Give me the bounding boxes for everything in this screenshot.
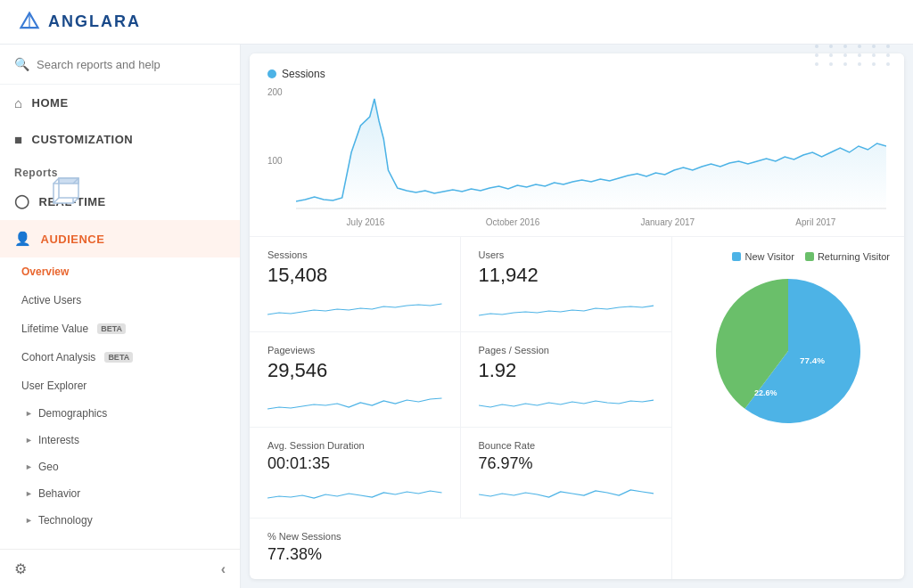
stat-card-new-sessions: % New Sessions 77.38% xyxy=(250,519,671,579)
returning-visitor-pct-label: 22.6% xyxy=(754,388,777,397)
bounce-rate-value: 76.97% xyxy=(479,454,654,473)
stat-card-avg-session-duration: Avg. Session Duration 00:01:35 xyxy=(250,428,461,519)
grid-icon: ■ xyxy=(14,132,23,147)
collapse-button[interactable]: ‹ xyxy=(221,561,226,577)
sidebar-sub-interests[interactable]: ► Interests xyxy=(0,427,240,453)
stat-card-users: Users 11,942 xyxy=(461,237,672,332)
sidebar-sub-user-explorer[interactable]: User Explorer xyxy=(0,372,240,400)
sessions-chart-area: Sessions 200 100 xyxy=(250,53,904,237)
audience-label: AUDIENCE xyxy=(41,233,105,246)
sidebar: 🔍 ⌂ HOME ■ CUSTOMIZATION Reports ◯ REAL-… xyxy=(0,45,241,588)
pageviews-value: 29,546 xyxy=(267,359,442,382)
sidebar-sub-overview[interactable]: Overview xyxy=(0,257,240,286)
bounce-rate-mini-chart xyxy=(479,478,654,505)
x-label-jan2017: January 2017 xyxy=(641,217,695,227)
returning-visitor-legend-label: Returning Visitor xyxy=(818,251,890,262)
new-sessions-value: 77.38% xyxy=(267,545,654,564)
sidebar-sub-demographics[interactable]: ► Demographics xyxy=(0,400,240,427)
customization-label: CUSTOMIZATION xyxy=(32,133,134,146)
y-axis: 200 100 xyxy=(267,86,292,227)
technology-label: Technology xyxy=(38,514,93,527)
users-label: Users xyxy=(479,249,654,260)
svg-line-9 xyxy=(73,198,78,203)
y-label-200: 200 xyxy=(267,87,292,97)
main-layout: 🔍 ⌂ HOME ■ CUSTOMIZATION Reports ◯ REAL-… xyxy=(0,45,913,588)
search-bar[interactable]: 🔍 xyxy=(0,45,240,85)
returning-visitor-legend-dot xyxy=(805,252,814,261)
x-label-oct2016: October 2016 xyxy=(486,217,540,227)
demographics-label: Demographics xyxy=(38,407,107,420)
search-icon: 🔍 xyxy=(14,57,29,71)
stat-card-sessions: Sessions 15,408 xyxy=(250,237,461,332)
pages-per-session-label: Pages / Session xyxy=(479,345,654,355)
cohort-analysis-label: Cohort Analysis xyxy=(21,351,95,363)
pages-per-session-value: 1.92 xyxy=(479,359,654,382)
sessions-label: Sessions xyxy=(267,249,442,260)
sidebar-sub-behavior[interactable]: ► Behavior xyxy=(0,480,240,507)
stat-card-pageviews: Pageviews 29,546 xyxy=(250,332,461,428)
expand-icon: ► xyxy=(25,409,33,418)
clock-icon: ◯ xyxy=(14,193,30,209)
home-label: HOME xyxy=(32,96,69,110)
sidebar-item-home[interactable]: ⌂ HOME xyxy=(0,85,240,121)
expand-icon: ► xyxy=(25,516,33,525)
expand-icon: ► xyxy=(25,489,33,498)
reports-section-title: Reports xyxy=(0,158,240,183)
gear-icon[interactable]: ⚙ xyxy=(14,560,27,577)
pie-chart-svg: 77.4% 22.6% xyxy=(708,271,868,431)
header: ANGLARA xyxy=(0,0,913,45)
avg-session-duration-label: Avg. Session Duration xyxy=(267,440,442,451)
avg-session-mini-chart xyxy=(267,478,442,505)
sidebar-item-realtime[interactable]: ◯ REAL-TIME xyxy=(0,183,240,220)
interests-label: Interests xyxy=(38,434,79,446)
sidebar-sub-geo[interactable]: ► Geo xyxy=(0,453,240,480)
side-3d-icon xyxy=(52,176,80,212)
x-label-apr2017: April 2017 xyxy=(795,217,835,227)
sidebar-sub-technology[interactable]: ► Technology xyxy=(0,507,240,534)
sessions-line-chart xyxy=(296,86,886,210)
new-sessions-label: % New Sessions xyxy=(267,531,654,542)
active-users-label: Active Users xyxy=(21,294,81,306)
y-label-100: 100 xyxy=(267,156,292,166)
search-input[interactable] xyxy=(37,58,226,71)
avg-session-duration-value: 00:01:35 xyxy=(267,454,442,473)
stat-card-pages-per-session: Pages / Session 1.92 xyxy=(461,332,672,428)
lifetime-value-label: Lifetime Value xyxy=(21,323,88,335)
sidebar-sub-lifetime-value[interactable]: Lifetime Value BETA xyxy=(0,314,240,343)
svg-line-6 xyxy=(53,178,59,184)
home-icon: ⌂ xyxy=(14,95,23,110)
new-visitor-legend-label: New Visitor xyxy=(744,251,794,262)
sessions-mini-chart xyxy=(267,292,442,319)
expand-icon: ► xyxy=(25,436,33,445)
content-area: Sessions 200 100 xyxy=(250,53,904,579)
pageviews-label: Pageviews xyxy=(267,345,442,355)
sidebar-item-audience[interactable]: 👤 AUDIENCE xyxy=(0,220,240,257)
logo: ANGLARA xyxy=(18,11,141,34)
sidebar-sub-active-users[interactable]: Active Users xyxy=(0,286,240,314)
logo-icon xyxy=(18,11,41,34)
chart-svg-wrapper: July 2016 October 2016 January 2017 Apri… xyxy=(296,86,886,227)
stats-section: Sessions 15,408 Users 11,942 Pagev xyxy=(250,237,904,579)
chart-dot xyxy=(267,69,276,78)
bounce-rate-label: Bounce Rate xyxy=(479,440,654,451)
pie-chart-section: New Visitor Returning Visitor xyxy=(672,237,904,579)
behavior-label: Behavior xyxy=(38,487,80,500)
users-value: 11,942 xyxy=(479,264,654,287)
chart-title-text: Sessions xyxy=(282,68,325,80)
logo-text: ANGLARA xyxy=(48,12,141,31)
new-sessions-mini-chart xyxy=(267,569,654,579)
sessions-value: 15,408 xyxy=(267,264,442,287)
stat-card-bounce-rate: Bounce Rate 76.97% xyxy=(461,428,672,519)
sidebar-bottom: ⚙ ‹ xyxy=(0,549,240,588)
pages-session-mini-chart xyxy=(479,388,654,414)
overview-label: Overview xyxy=(21,265,69,278)
geo-label: Geo xyxy=(38,461,59,473)
legend-new-visitor: New Visitor xyxy=(732,251,794,262)
x-label-jul2016: July 2016 xyxy=(347,217,385,227)
person-icon: 👤 xyxy=(14,231,32,247)
cohort-analysis-badge: BETA xyxy=(104,352,133,363)
sidebar-item-customization[interactable]: ■ CUSTOMIZATION xyxy=(0,121,240,158)
sidebar-sub-cohort-analysis[interactable]: Cohort Analysis BETA xyxy=(0,343,240,372)
stats-grid: Sessions 15,408 Users 11,942 Pagev xyxy=(250,237,672,579)
expand-icon: ► xyxy=(25,462,33,471)
